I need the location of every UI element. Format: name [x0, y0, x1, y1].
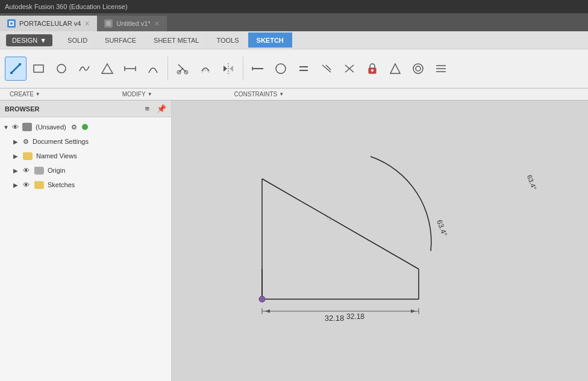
tab-bar: PORTACELULAR v4 ✕ Untitled v1* ✕ [0, 13, 588, 31]
svg-rect-1 [10, 22, 13, 25]
subtool-create[interactable]: CREATE ▼ [5, 91, 45, 98]
tool-polygon[interactable] [96, 57, 118, 81]
svg-rect-5 [34, 65, 43, 72]
tool-more[interactable] [430, 57, 452, 81]
tab-label-untitled: Untitled v1* [116, 20, 150, 27]
tool-arc[interactable] [142, 57, 164, 81]
tool-trim[interactable] [172, 57, 193, 81]
tab-tools[interactable]: TOOLS [208, 33, 248, 48]
canvas-area[interactable]: 32.18 63.4° 32.18 63.4° [172, 101, 588, 381]
workspace-arrow: ▼ [40, 37, 46, 44]
browser-tree: ▼ 👁 (Unsaved) ⚙ ▶ ⚙ Document Settings ▶ … [0, 117, 171, 381]
tree-label-doc-settings: Document Settings [33, 138, 89, 145]
tool-vertical[interactable] [270, 57, 292, 81]
tab-untitled[interactable]: Untitled v1* ✕ [97, 16, 166, 31]
menu-tabs: SOLID SURFACE SHEET METAL TOOLS SKETCH [58, 31, 293, 49]
folder-icon-named-views [23, 152, 33, 160]
browser-panel: BROWSER ≡ 📌 ▼ 👁 (Unsaved) ⚙ ▶ ⚙ Document… [0, 101, 172, 381]
tool-offset[interactable] [195, 57, 216, 81]
tab-sketch[interactable]: SKETCH [248, 33, 293, 48]
tool-buttons-row [0, 49, 588, 88]
title-text: Autodesk Fusion 360 (Education License) [5, 3, 128, 10]
dot-unsaved [82, 124, 88, 130]
toolbar: DESIGN ▼ SOLID SURFACE SHEET METAL TOOLS… [0, 31, 588, 88]
tree-item-document-settings[interactable]: ▶ ⚙ Document Settings [0, 134, 171, 149]
tab-close-untitled[interactable]: ✕ [154, 20, 160, 28]
tool-lock[interactable] [361, 57, 383, 81]
separator-1 [167, 57, 168, 81]
tree-arrow-origin[interactable]: ▶ [12, 167, 19, 174]
svg-rect-2 [106, 21, 111, 26]
tool-concentric[interactable] [407, 57, 429, 81]
tool-parallel[interactable] [316, 57, 337, 81]
tool-perpendicular[interactable] [339, 57, 360, 81]
svg-point-15 [276, 64, 286, 73]
dimension-text-32: 32.18 [325, 314, 345, 323]
main-area: BROWSER ≡ 📌 ▼ 👁 (Unsaved) ⚙ ▶ ⚙ Document… [0, 101, 588, 381]
svg-point-6 [57, 64, 66, 73]
separator-2 [243, 57, 243, 81]
sketch-svg: 32.18 63.4° [172, 101, 588, 381]
svg-rect-29 [172, 101, 588, 381]
subtool-modify[interactable]: MODIFY ▼ [117, 91, 157, 98]
tree-item-sketches[interactable]: ▶ 👁 Sketches [0, 178, 171, 192]
eye-icon-unsaved[interactable]: 👁 [12, 123, 19, 131]
svg-point-24 [413, 64, 423, 73]
browser-title: BROWSER [5, 105, 39, 113]
tool-circle[interactable] [51, 57, 72, 81]
tool-horizontal[interactable] [247, 57, 269, 81]
browser-header: BROWSER ≡ 📌 [0, 101, 171, 117]
svg-rect-4 [19, 63, 21, 66]
browser-expand[interactable]: ≡ [145, 104, 149, 113]
tree-arrow-sketches[interactable]: ▶ [12, 181, 19, 188]
tab-sheetmetal[interactable]: SHEET METAL [145, 33, 208, 48]
tree-item-named-views[interactable]: ▶ Named Views [0, 149, 171, 163]
dimension-label-32: 32.18 [346, 312, 364, 321]
tree-label-unsaved: (Unsaved) [36, 123, 66, 131]
tool-equal[interactable] [293, 57, 314, 81]
tree-label-named-views: Named Views [36, 152, 77, 160]
subtool-bar: CREATE ▼ MODIFY ▼ CONSTRAINTS ▼ [0, 88, 588, 101]
subtool-constraints[interactable]: CONSTRAINTS ▼ [230, 91, 289, 98]
tree-arrow-unsaved[interactable]: ▼ [2, 123, 10, 131]
tool-dimension[interactable] [119, 57, 141, 81]
workspace-design-button[interactable]: DESIGN ▼ [6, 34, 52, 46]
folder-icon-origin [34, 167, 44, 175]
tab-icon-portacelular [7, 19, 16, 28]
tab-surface[interactable]: SURFACE [96, 33, 145, 48]
tab-portacelular[interactable]: PORTACELULAR v4 ✕ [0, 16, 97, 31]
tool-line[interactable] [5, 57, 27, 81]
eye-icon-sketches[interactable]: 👁 [23, 181, 30, 188]
gear-icon-doc-settings: ⚙ [23, 138, 29, 146]
browser-pin[interactable]: 📌 [157, 104, 166, 113]
svg-point-23 [371, 69, 374, 72]
svg-point-25 [416, 66, 421, 71]
tab-solid[interactable]: SOLID [58, 33, 96, 48]
svg-point-40 [259, 296, 265, 302]
tool-spline[interactable] [74, 57, 95, 81]
folder-icon-unsaved [22, 123, 32, 131]
tool-rectangle[interactable] [28, 57, 49, 81]
svg-rect-3 [10, 72, 13, 74]
folder-icon-sketches [34, 181, 44, 189]
tree-label-origin: Origin [48, 167, 65, 174]
tab-close-portacelular[interactable]: ✕ [84, 20, 90, 28]
tree-item-unsaved[interactable]: ▼ 👁 (Unsaved) ⚙ [0, 120, 171, 134]
title-bar: Autodesk Fusion 360 (Education License) [0, 0, 588, 13]
tree-arrow-doc-settings[interactable]: ▶ [12, 138, 19, 145]
tree-item-origin[interactable]: ▶ 👁 Origin [0, 163, 171, 178]
gear-icon-unsaved[interactable]: ⚙ [71, 123, 77, 131]
tree-label-sketches: Sketches [48, 181, 75, 188]
tab-icon-untitled [104, 19, 113, 28]
tool-mirror[interactable] [217, 57, 239, 81]
eye-icon-origin[interactable]: 👁 [23, 167, 30, 174]
tab-label-portacelular: PORTACELULAR v4 [19, 20, 81, 27]
tool-tangent[interactable] [384, 57, 406, 81]
tree-arrow-named-views[interactable]: ▶ [12, 152, 19, 160]
workspace-label: DESIGN [12, 37, 37, 44]
